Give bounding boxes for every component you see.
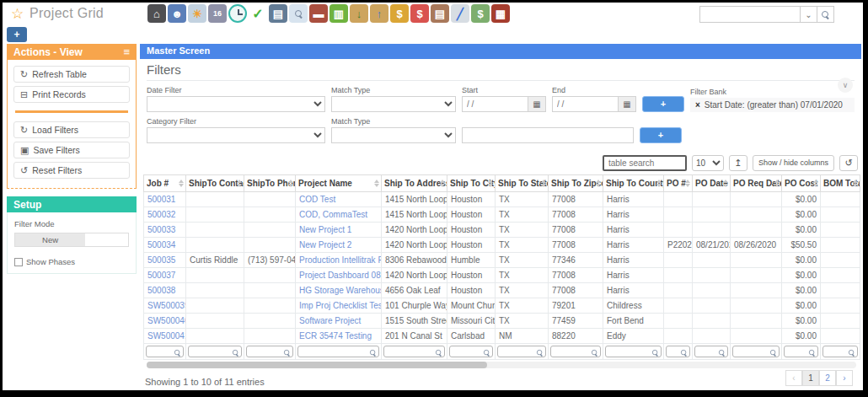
truck-icon[interactable]: ▬ — [309, 4, 328, 23]
quick-search-dropdown-button[interactable]: ⌄ — [801, 6, 817, 23]
box-download-icon[interactable]: ↓ — [350, 4, 368, 23]
column-header-ship-to-state[interactable]: Ship To State — [496, 175, 549, 192]
orange-divider — [15, 110, 128, 113]
quick-search-button[interactable] — [817, 6, 834, 23]
show-phases-checkbox[interactable] — [14, 258, 23, 266]
project-name-link[interactable]: HG Storage Warehouse — [299, 286, 382, 295]
column-header-shipto-contact[interactable]: ShipTo Contact — [186, 175, 244, 192]
column-header-shipto-phone[interactable]: ShipTo Phone — [244, 175, 296, 192]
money-coins-icon[interactable]: $ — [390, 4, 409, 23]
job-number-link[interactable]: SW500039 — [147, 301, 186, 310]
pagination-next[interactable]: › — [836, 370, 853, 386]
clipboard-icon[interactable]: ▤ — [431, 4, 449, 23]
reset-table-icon[interactable]: ↺ — [839, 155, 858, 171]
add-date-filter-button[interactable]: + — [642, 96, 684, 112]
add-panel-button[interactable]: + — [7, 27, 27, 42]
column-header-po-cost[interactable]: PO Cost — [782, 175, 821, 192]
page-size-select[interactable]: 10 — [692, 155, 724, 171]
clock-icon[interactable] — [228, 4, 247, 23]
price-quote-icon[interactable]: $ — [410, 4, 429, 23]
end-date-input[interactable] — [552, 96, 618, 112]
project-name-link[interactable]: Imp Proj Checklist Testing — [299, 301, 382, 310]
column-filter-input[interactable] — [297, 346, 379, 357]
filter-mode-toggle[interactable]: New — [14, 233, 129, 247]
user-icon[interactable]: ☻ — [168, 4, 186, 23]
collapse-chevron-icon[interactable]: ∨ — [838, 78, 853, 93]
add-category-filter-button[interactable]: + — [640, 127, 682, 143]
column-header-job-[interactable]: Job # — [144, 175, 186, 192]
column-header-ship-to-zipcode[interactable]: Ship To Zipcode — [549, 175, 603, 192]
project-name-link[interactable]: COD, CommaTest — [299, 210, 367, 219]
start-date-input[interactable] — [462, 96, 528, 112]
job-number-link[interactable]: 500035 — [147, 255, 175, 265]
project-name-link[interactable]: New Project 1 — [299, 225, 351, 234]
job-number-link[interactable]: 500037 — [147, 271, 175, 280]
job-number-link[interactable]: 500034 — [147, 240, 175, 249]
basket-icon[interactable]: ▥ — [330, 4, 348, 23]
export-icon[interactable]: ↥ — [729, 155, 747, 171]
project-name-link[interactable]: COD Test — [299, 195, 335, 204]
bank-icon[interactable]: ⌂ — [147, 4, 166, 23]
calendar-icon[interactable]: ▦ — [618, 96, 636, 112]
column-header-ship-to-address[interactable]: Ship To Address — [382, 175, 447, 192]
sort-icon — [685, 180, 690, 187]
cell-ship-to-zipcode: 77008 — [549, 192, 603, 207]
table-row: SW500040Software Project1515 South Stree… — [144, 314, 860, 329]
cash-card-icon[interactable]: $ — [471, 4, 490, 23]
column-header-project-name[interactable]: Project Name — [296, 175, 382, 192]
column-filter-cell — [549, 344, 603, 360]
horizontal-scrollbar[interactable] — [147, 362, 856, 368]
column-header-po-date[interactable]: PO Date — [693, 175, 731, 192]
show-hide-columns-button[interactable]: Show / hide columns — [753, 155, 834, 171]
column-header-ship-to-city[interactable]: Ship To City — [447, 175, 496, 192]
category-value-input[interactable] — [462, 127, 634, 143]
pagination-page-2[interactable]: 2 — [819, 370, 836, 386]
project-name-link[interactable]: ECR 35474 Testing — [299, 331, 372, 341]
column-header-bom-total-l[interactable]: BOM Total L — [821, 175, 860, 192]
sidebar-button-refresh-table[interactable]: ↻Refresh Table — [13, 66, 130, 83]
project-name-link[interactable]: Software Project — [299, 316, 361, 325]
sidebar-button-load-filters[interactable]: ↻Load Filters — [13, 121, 130, 138]
box-upload-icon[interactable]: ↑ — [370, 4, 388, 23]
match-type-select[interactable] — [331, 96, 456, 112]
column-header-ship-to-county[interactable]: Ship To County — [603, 175, 664, 192]
sidebar-button-save-filters[interactable]: ▣Save Filters — [13, 142, 130, 158]
job-number-link[interactable]: 500031 — [147, 195, 175, 204]
column-filter-cell — [144, 344, 186, 360]
filter-mode-value[interactable]: New — [15, 233, 85, 246]
project-name-link[interactable]: New Project 2 — [299, 240, 351, 249]
job-number-link[interactable]: SW500041 — [147, 331, 186, 341]
table-controls: 10 ↥ Show / hide columns ↺ — [140, 148, 861, 174]
category-match-type-select[interactable] — [331, 127, 456, 143]
table-search-input[interactable] — [603, 155, 687, 171]
job-number-link[interactable]: 500038 — [147, 286, 175, 295]
building-icon[interactable]: ▦ — [491, 4, 510, 23]
pagination-page-1[interactable]: 1 — [802, 370, 819, 386]
check-icon[interactable]: ✓ — [249, 4, 267, 23]
pagination-prev[interactable]: ‹ — [785, 370, 802, 386]
category-filter-select[interactable] — [147, 127, 325, 143]
column-header-po-req-date[interactable]: PO Req Date — [731, 175, 782, 192]
quick-search-input[interactable] — [699, 6, 801, 23]
sidebar-button-reset-filters[interactable]: ↺Reset Filters — [13, 162, 130, 179]
search-globe-icon[interactable] — [289, 4, 308, 23]
search-icon — [233, 350, 238, 356]
favorite-star-icon[interactable]: ☆ — [11, 5, 24, 23]
scrollbar-thumb[interactable] — [147, 362, 487, 368]
job-number-link[interactable]: 500033 — [147, 225, 175, 234]
date-filter-select[interactable] — [147, 96, 325, 112]
calendar-icon[interactable]: ▦ — [528, 96, 546, 112]
table-header-row: Job #ShipTo ContactShipTo PhoneProject N… — [144, 175, 860, 192]
job-number-link[interactable]: 500032 — [147, 210, 175, 219]
calendar-icon[interactable]: 16 — [208, 4, 227, 23]
job-number-link[interactable]: SW500040 — [147, 316, 186, 325]
sidebar-button-print-records[interactable]: ⊟Print Records — [13, 86, 130, 103]
remove-filter-icon[interactable]: × — [695, 100, 700, 110]
column-header-po-[interactable]: PO # — [664, 175, 693, 192]
project-name-link[interactable]: Project Dashboard 082820 — [299, 271, 382, 280]
note-tag-icon[interactable]: ╱ — [451, 4, 469, 23]
project-name-link[interactable]: Production Intellitrak Project — [299, 255, 382, 265]
spreadsheet-icon[interactable]: ▤ — [269, 4, 287, 23]
hamburger-icon[interactable]: ≡ — [123, 46, 130, 58]
weather-icon[interactable]: ☀ — [188, 4, 206, 23]
